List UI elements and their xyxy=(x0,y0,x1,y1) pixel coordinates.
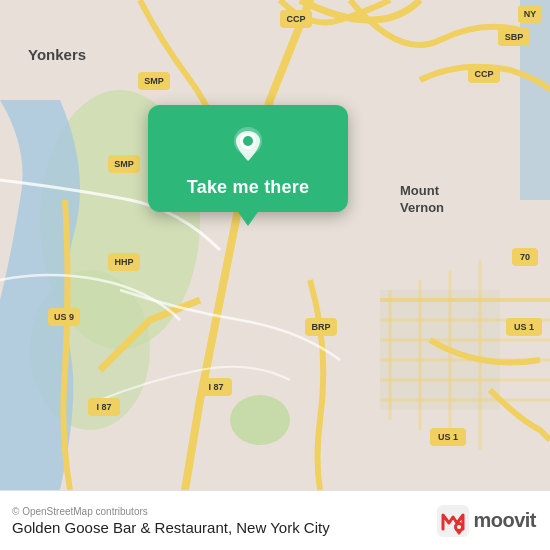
svg-text:I 87: I 87 xyxy=(208,382,223,392)
take-me-there-button[interactable]: Take me there xyxy=(187,177,309,198)
svg-text:BRP: BRP xyxy=(311,322,330,332)
svg-point-42 xyxy=(457,525,461,529)
svg-text:70: 70 xyxy=(520,252,530,262)
svg-text:SMP: SMP xyxy=(114,159,134,169)
svg-point-3 xyxy=(230,395,290,445)
svg-text:CCP: CCP xyxy=(474,69,493,79)
moovit-logo: moovit xyxy=(437,505,536,537)
svg-text:SMP: SMP xyxy=(144,76,164,86)
moovit-brand-text: moovit xyxy=(473,509,536,532)
moovit-icon xyxy=(437,505,469,537)
svg-text:I 87: I 87 xyxy=(96,402,111,412)
copyright-text: © OpenStreetMap contributors xyxy=(12,506,330,517)
map-container: SMP SMP HHP US 9 I 87 I 87 BRP CCP CCP N… xyxy=(0,0,550,490)
svg-text:US 9: US 9 xyxy=(54,312,74,322)
svg-text:Vernon: Vernon xyxy=(400,200,444,215)
location-name: Golden Goose Bar & Restaurant, New York … xyxy=(12,519,330,536)
svg-text:Yonkers: Yonkers xyxy=(28,46,86,63)
location-pin-icon xyxy=(226,123,270,167)
svg-text:CCP: CCP xyxy=(286,14,305,24)
svg-text:Mount: Mount xyxy=(400,183,440,198)
svg-text:NY: NY xyxy=(524,9,537,19)
svg-text:US 1: US 1 xyxy=(438,432,458,442)
svg-text:HHP: HHP xyxy=(114,257,133,267)
svg-text:US 1: US 1 xyxy=(514,322,534,332)
bottom-bar: © OpenStreetMap contributors Golden Goos… xyxy=(0,490,550,550)
bottom-left: © OpenStreetMap contributors Golden Goos… xyxy=(12,506,330,536)
svg-point-39 xyxy=(243,136,253,146)
svg-rect-4 xyxy=(380,290,500,410)
popup-card: Take me there xyxy=(148,105,348,212)
svg-text:SBP: SBP xyxy=(505,32,524,42)
